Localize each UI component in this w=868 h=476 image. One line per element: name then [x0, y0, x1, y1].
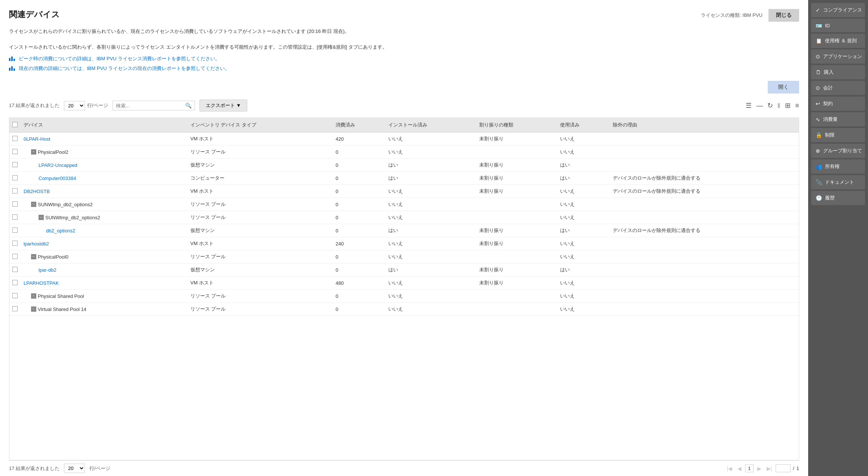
exclusion-reason: [610, 132, 799, 146]
collapse-icon[interactable]: −: [31, 293, 36, 299]
page-jump-input[interactable]: [776, 464, 791, 472]
table-row: db2_options2仮想マシン0はい未割り振りはいデバイスのロールが除外規則…: [9, 224, 799, 237]
sidebar-item-applications[interactable]: ⊙アプリケーション: [811, 49, 865, 64]
columns-icon[interactable]: ⦀: [777, 102, 780, 110]
consumed-value: 0: [333, 290, 385, 303]
accounting-label: 会計: [823, 85, 833, 91]
device-link[interactable]: 0LPAR-Host: [24, 136, 50, 142]
export-button[interactable]: エクスポート ▼: [199, 100, 247, 112]
collapse-icon[interactable]: −: [31, 149, 36, 155]
table-row: 0LPAR-HostVM ホスト420いいえ未割り振りいいえ: [9, 132, 799, 146]
sidebar-item-group-allocation[interactable]: ⊕グループ割り当て: [811, 144, 865, 158]
row-checkbox-12[interactable]: [12, 293, 18, 298]
installed-value: はい: [385, 224, 476, 237]
close-button[interactable]: 閉じる: [768, 9, 799, 22]
inventory-type: リソース プール: [187, 303, 333, 316]
header-device: デバイス: [21, 118, 187, 132]
row-checkbox-1[interactable]: [12, 149, 18, 154]
consumed-value: 0: [333, 303, 385, 316]
sidebar-item-purchase[interactable]: 🗒購入: [811, 65, 865, 79]
consumed-value: 0: [333, 211, 385, 224]
device-link[interactable]: LPAR2-Uncapped: [39, 162, 77, 168]
sidebar-item-restrictions[interactable]: 🔒制限: [811, 128, 865, 142]
report-link-2[interactable]: 現在の消費の詳細については、IBM PVU ライセンスの現在の消費レポートを参照…: [9, 65, 799, 72]
row-checkbox-5[interactable]: [12, 201, 18, 207]
prev-page-button[interactable]: ◀: [736, 465, 743, 472]
filter-icon[interactable]: ≡: [795, 102, 799, 110]
exclusion-reason: [610, 277, 799, 290]
sidebar-item-contract[interactable]: ↩契約: [811, 97, 865, 111]
applications-icon: ⊙: [816, 54, 820, 59]
applications-label: アプリケーション: [823, 53, 862, 60]
collapse-icon[interactable]: −: [31, 254, 36, 259]
inventory-type: リソース プール: [187, 146, 333, 159]
device-link[interactable]: lpar-db2: [39, 267, 56, 273]
search-box: 🔍: [113, 101, 195, 110]
device-name: Virtual Shared Pool 14: [38, 306, 86, 312]
next-page-button[interactable]: ▶: [756, 465, 763, 472]
allocation-type: 未割り振り: [476, 224, 557, 237]
row-checkbox-0[interactable]: [12, 136, 18, 141]
collapse-icon[interactable]: −: [31, 306, 36, 312]
used-value: いいえ: [557, 132, 610, 146]
sidebar-item-consumption[interactable]: ∿消費量: [811, 112, 865, 126]
row-checkbox-7[interactable]: [12, 228, 18, 233]
minus-icon[interactable]: —: [756, 102, 763, 110]
allocation-type: 未割り振り: [476, 185, 557, 198]
filter-add-icon[interactable]: ⊞: [785, 101, 791, 110]
refresh-icon[interactable]: ↻: [767, 101, 773, 110]
exclusion-reason: [610, 159, 799, 172]
description-block: ライセンスがこれらのデバイスに割り振られているか、現在このライセンスから消費して…: [9, 28, 799, 51]
collapse-icon[interactable]: −: [39, 215, 44, 220]
header-right: ライセンスの種類: IBM PVU 閉じる: [701, 9, 799, 22]
device-link[interactable]: DB2HOSTB: [24, 189, 50, 194]
current-page: 1: [745, 464, 753, 472]
entitlement-label: 使用権 ＆ 規則: [825, 37, 857, 44]
row-checkbox-10[interactable]: [12, 267, 18, 272]
last-page-button[interactable]: ▶|: [765, 465, 774, 472]
exclusion-reason: [610, 303, 799, 316]
inventory-type: 仮想マシン: [187, 224, 333, 237]
used-value: いいえ: [557, 237, 610, 250]
sidebar-item-id[interactable]: 🪪ID: [811, 19, 865, 32]
rows-per-page-select[interactable]: 20 50 100: [64, 101, 85, 110]
sidebar-item-compliance[interactable]: ✓コンプライアンス: [811, 3, 865, 17]
collapse-icon[interactable]: −: [31, 202, 36, 207]
header-checkbox-col: [9, 118, 21, 132]
inventory-type: リソース プール: [187, 211, 333, 224]
row-checkbox-8[interactable]: [12, 241, 18, 246]
row-checkbox-13[interactable]: [12, 306, 18, 311]
row-checkbox-6[interactable]: [12, 214, 18, 220]
device-link[interactable]: lparhostdb2: [24, 241, 49, 247]
rows-per-page: 20 50 100 行/ページ: [64, 101, 108, 110]
used-value: はい: [557, 224, 610, 237]
row-checkbox-11[interactable]: [12, 280, 18, 285]
bottom-results-count: 17 結果が返されました: [9, 465, 59, 472]
device-link[interactable]: Computer003384: [39, 176, 76, 181]
bottom-left: 17 結果が返されました 20 50 100 行/ページ: [9, 464, 110, 473]
menu-icon[interactable]: ☰: [746, 101, 752, 110]
row-checkbox-9[interactable]: [12, 254, 18, 259]
open-button[interactable]: 開く: [768, 81, 799, 94]
first-page-button[interactable]: |◀: [725, 465, 734, 472]
table-row: −SUNWtmp_db2_options2リソース プール0いいえいいえ: [9, 198, 799, 211]
sidebar-item-history[interactable]: 🕐履歴: [811, 191, 865, 205]
used-value: いいえ: [557, 198, 610, 211]
search-input[interactable]: [116, 103, 185, 109]
sidebar-item-documents[interactable]: 📎ドキュメント: [811, 175, 865, 189]
row-checkbox-3[interactable]: [12, 175, 18, 180]
allocation-type: 未割り振り: [476, 159, 557, 172]
sidebar-item-entitlement[interactable]: 📋使用権 ＆ 規則: [811, 34, 865, 48]
bottom-rows-select[interactable]: 20 50 100: [64, 464, 85, 473]
purchase-icon: 🗒: [816, 69, 821, 75]
row-checkbox-2[interactable]: [12, 162, 18, 167]
select-all-checkbox[interactable]: [12, 122, 18, 127]
consumed-value: 0: [333, 250, 385, 263]
report-link-1[interactable]: ピーク時の消費についての詳細は、IBM PVU ライセンス消費レポートを参照して…: [9, 55, 799, 62]
device-name: SUNWtmp_db2_options2: [38, 202, 93, 207]
device-link[interactable]: db2_options2: [46, 228, 75, 234]
device-link[interactable]: LPARHOSTPAK: [24, 280, 59, 286]
row-checkbox-4[interactable]: [12, 188, 18, 193]
sidebar-item-ownership[interactable]: 👥所有権: [811, 159, 865, 174]
sidebar-item-accounting[interactable]: ⊙会計: [811, 81, 865, 95]
